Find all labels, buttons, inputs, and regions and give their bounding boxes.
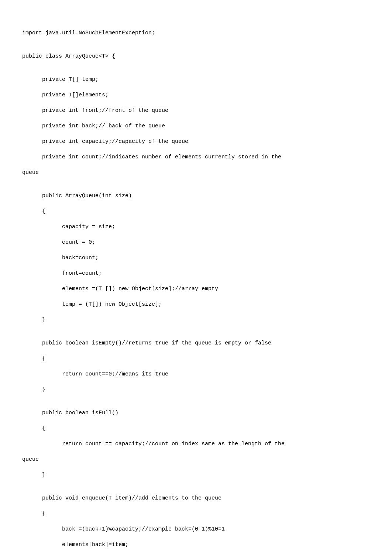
code-line: back =(back+1)%capacity;//example back=(… (22, 525, 370, 533)
code-line: { (22, 510, 370, 518)
code-line: public void enqueue(T item)//add element… (22, 494, 370, 502)
code-line: } (22, 316, 370, 324)
code-line: temp = (T[]) new Object[size]; (22, 301, 370, 308)
code-line: elements =(T []) new Object[size];//arra… (22, 285, 370, 293)
code-line: queue (22, 169, 370, 176)
code-line: private int count;//indicates number of … (22, 153, 370, 161)
document-page: import java.util.NoSuchElementException;… (0, 0, 392, 556)
code-line: count = 0; (22, 238, 370, 246)
code-line: private int front;//front of the queue (22, 107, 370, 114)
code-line: elements[back]=item; (22, 541, 370, 549)
code-line: { (22, 425, 370, 432)
code-line: front=count; (22, 270, 370, 277)
code-line: public ArrayQueue(int size) (22, 192, 370, 200)
code-line: public boolean isEmpty()//returns true i… (22, 339, 370, 347)
code-line: public boolean isFull() (22, 409, 370, 417)
code-line: queue (22, 456, 370, 463)
code-line: } (22, 471, 370, 479)
code-line: private T[] temp; (22, 76, 370, 83)
code-line: private T[]elements; (22, 91, 370, 99)
code-line: public class ArrayQueue<T> { (22, 52, 370, 60)
code-line: } (22, 386, 370, 394)
code-line: { (22, 355, 370, 363)
code-line: private int capacity;//capacity of the q… (22, 138, 370, 145)
code-line: back=count; (22, 254, 370, 262)
code-line: import java.util.NoSuchElementException; (22, 29, 370, 37)
code-line: capacity = size; (22, 223, 370, 231)
code-line: { (22, 207, 370, 215)
code-line: return count == capacity;//count on inde… (22, 440, 370, 448)
code-line: return count==0;//means its true (22, 370, 370, 378)
code-line: private int back;// back of the queue (22, 122, 370, 130)
